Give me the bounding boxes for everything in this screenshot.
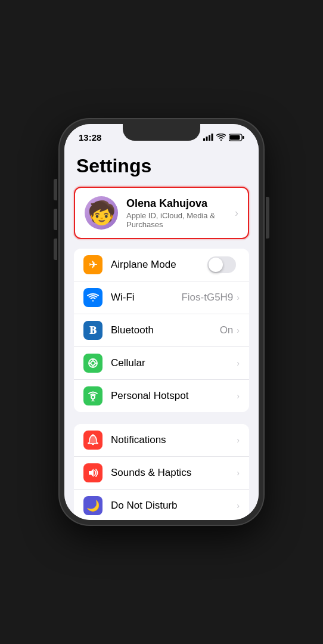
bluetooth-label: Bluetooth [111,324,220,336]
signal-icon [203,134,213,141]
svg-rect-5 [243,136,244,139]
svg-rect-3 [212,134,213,141]
dnd-chevron: › [237,501,240,510]
svg-point-13 [91,395,95,399]
cellular-chevron: › [237,358,240,368]
profile-chevron: › [235,207,238,219]
notifications-row[interactable]: Notifications › [74,424,249,457]
personal-hotspot-row[interactable]: Personal Hotspot › [74,380,249,412]
cellular-label: Cellular [111,357,237,369]
cellular-icon-svg [88,358,98,369]
notifications-label: Notifications [111,434,237,446]
profile-card[interactable]: 🧒 Olena Kahujova Apple ID, iCloud, Media… [74,187,249,239]
do-not-disturb-row[interactable]: 🌙 Do Not Disturb › [74,490,249,520]
hotspot-icon-svg [87,391,99,401]
airplane-mode-icon: ✈ [83,255,103,274]
airplane-mode-row[interactable]: ✈ Airplane Mode [74,249,249,281]
airplane-mode-toggle[interactable] [207,256,236,273]
cellular-row[interactable]: Cellular › [74,347,249,380]
bluetooth-chevron: › [237,326,240,335]
sounds-icon-svg [87,467,99,478]
status-icons [203,134,244,141]
bluetooth-value: On [220,324,234,336]
bluetooth-icon: 𝐁 [83,321,103,340]
svg-point-8 [91,361,95,366]
status-time: 13:28 [79,132,101,143]
notifications-icon [83,431,103,450]
sounds-label: Sounds & Haptics [111,467,237,479]
hotspot-chevron: › [237,391,240,401]
svg-rect-2 [209,135,210,141]
wifi-row-icon-svg [87,293,99,302]
hotspot-icon [83,386,103,405]
dnd-label: Do Not Disturb [111,500,237,512]
settings-group-notifications: Notifications › Sounds & Haptics › [74,424,249,520]
sounds-chevron: › [237,468,240,478]
svg-rect-0 [203,138,205,141]
svg-marker-17 [89,469,94,477]
dnd-icon: 🌙 [83,496,103,515]
phone-screen: 13:28 [64,124,259,520]
notifications-chevron: › [237,435,240,445]
sounds-haptics-row[interactable]: Sounds & Haptics › [74,457,249,490]
bluetooth-row[interactable]: 𝐁 Bluetooth On › [74,314,249,347]
hotspot-label: Personal Hotspot [111,390,237,402]
notch [123,124,200,141]
settings-content[interactable]: Settings 🧒 Olena Kahujova Apple ID, iClo… [64,150,259,520]
page-title: Settings [64,150,259,187]
wifi-status-icon [216,134,226,141]
svg-rect-6 [230,135,240,140]
notifications-icon-svg [88,434,98,446]
svg-rect-1 [206,137,208,141]
svg-point-16 [92,435,94,436]
sounds-icon [83,463,103,482]
wifi-chevron: › [237,293,240,302]
profile-name: Olena Kahujova [126,197,235,210]
avatar: 🧒 [85,196,118,230]
wifi-icon [83,288,103,307]
battery-icon [229,134,244,141]
airplane-mode-label: Airplane Mode [111,259,207,271]
wifi-label: Wi-Fi [111,292,181,304]
wifi-value: Fios-tG5H9 [181,292,233,304]
settings-group-connectivity: ✈ Airplane Mode Wi-Fi [74,249,249,412]
phone-frame: 13:28 [60,119,263,525]
wifi-row[interactable]: Wi-Fi Fios-tG5H9 › [74,281,249,314]
cellular-icon [83,354,103,373]
profile-subtitle: Apple ID, iCloud, Media & Purchases [126,211,235,229]
profile-info: Olena Kahujova Apple ID, iCloud, Media &… [126,197,235,229]
